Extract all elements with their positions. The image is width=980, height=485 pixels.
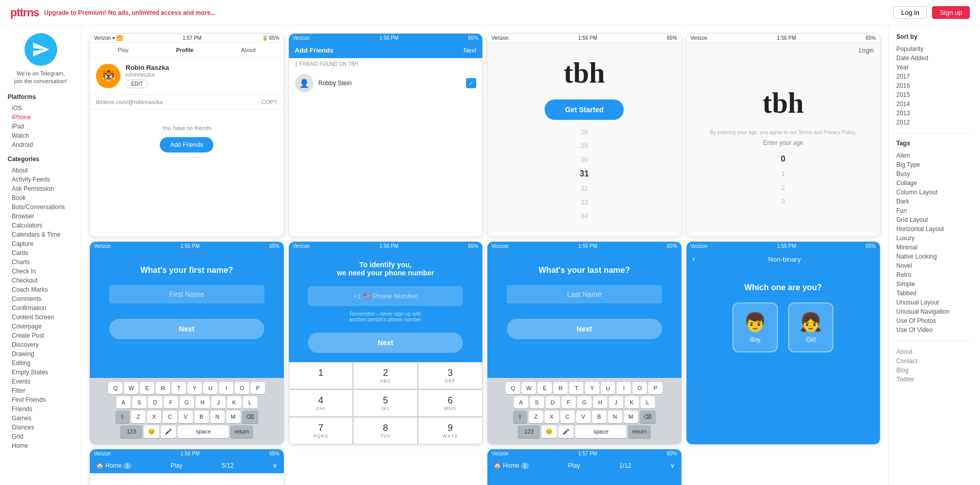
nav-play[interactable]: Play xyxy=(118,47,129,53)
nav-profile[interactable]: Profile xyxy=(176,47,193,53)
add-friends-button[interactable]: Add Friends xyxy=(160,137,213,152)
copy-btn[interactable]: COPY xyxy=(261,99,277,105)
key-mic[interactable]: 🎤 xyxy=(161,425,176,438)
tag-dark[interactable]: Dark xyxy=(896,197,972,206)
kb2-key-u[interactable]: U xyxy=(601,382,615,394)
kb2-key-return[interactable]: return xyxy=(628,425,651,438)
sidebar-item-android[interactable]: Android xyxy=(8,140,74,149)
key-m[interactable]: M xyxy=(226,411,240,423)
key-shift[interactable]: ⇧ xyxy=(115,411,130,423)
kb2-key-a[interactable]: A xyxy=(514,396,528,409)
key-w[interactable]: W xyxy=(124,382,138,394)
key-3[interactable]: 3DEF xyxy=(418,362,482,389)
sidebar-item-coverpage[interactable]: Coverpage xyxy=(8,322,74,331)
sort-popularity[interactable]: Popularity xyxy=(896,44,972,54)
screenshot-last-name[interactable]: Verizon 1:55 PM 65% What's your last nam… xyxy=(487,241,682,445)
key-emoji[interactable]: 😊 xyxy=(144,425,159,438)
kb2-key-123[interactable]: 123 xyxy=(518,425,540,438)
kb2-key-e[interactable]: E xyxy=(537,382,552,394)
key-space[interactable]: space xyxy=(178,425,229,438)
nav-play-9[interactable]: Play xyxy=(568,462,580,469)
screenshot-phone-number[interactable]: Verizon 1:56 PM 65% To identify you,we n… xyxy=(288,241,483,445)
sidebar-item-glances[interactable]: Glances xyxy=(8,423,74,432)
key-h[interactable]: H xyxy=(195,396,210,409)
screenshot-tbh-login[interactable]: Verizon 1:56 PM 65% Login tbh By enterin… xyxy=(686,33,881,237)
kb2-key-b[interactable]: B xyxy=(592,411,606,423)
key-123[interactable]: 123 xyxy=(120,425,142,438)
sidebar-item-events[interactable]: Events xyxy=(8,377,74,386)
sidebar-item-checkout[interactable]: Checkout xyxy=(8,276,74,285)
tag-horizontal-layout[interactable]: Horizontal Layout xyxy=(896,224,972,234)
kb2-key-z[interactable]: Z xyxy=(529,411,543,423)
gender-boy-button[interactable]: 👦 Boy xyxy=(732,302,778,352)
key-7[interactable]: 7PQRS xyxy=(289,417,353,444)
kb2-key-x[interactable]: X xyxy=(545,411,559,423)
tag-busy[interactable]: Busy xyxy=(896,169,972,178)
key-i[interactable]: I xyxy=(219,382,233,394)
kb2-key-space[interactable]: space xyxy=(575,425,626,438)
gender-girl-button[interactable]: 👧 Girl xyxy=(788,302,834,352)
kb2-key-h[interactable]: H xyxy=(593,396,607,409)
nav-play-8[interactable]: Play xyxy=(170,462,182,469)
last-name-input[interactable] xyxy=(507,285,662,303)
kb2-key-p[interactable]: P xyxy=(648,382,663,394)
kb2-key-r[interactable]: R xyxy=(553,382,568,394)
key-backspace[interactable]: ⌫ xyxy=(242,411,258,423)
next-button-firstname[interactable]: Next xyxy=(109,319,264,339)
nav-home-9[interactable]: 🏠 Home 1 xyxy=(494,462,529,469)
nav-home-8[interactable]: 🏠 Home 1 xyxy=(96,462,131,469)
af-next[interactable]: Next xyxy=(463,47,476,54)
key-g[interactable]: G xyxy=(180,396,194,409)
tag-minimal[interactable]: Minimal xyxy=(896,243,972,252)
kb2-key-d[interactable]: D xyxy=(546,396,560,409)
sidebar-item-find-friends[interactable]: Find Friends xyxy=(8,395,74,404)
sidebar-item-comments[interactable]: Comments xyxy=(8,294,74,303)
tag-alien[interactable]: Alien xyxy=(896,151,972,160)
key-j[interactable]: J xyxy=(211,396,226,409)
sidebar-item-friends[interactable]: Friends xyxy=(8,404,74,414)
kb2-key-m[interactable]: M xyxy=(624,411,638,423)
key-c[interactable]: C xyxy=(163,411,177,423)
kb2-key-j[interactable]: J xyxy=(609,396,623,409)
sidebar-item-capture[interactable]: Capture xyxy=(8,239,74,248)
key-r[interactable]: R xyxy=(156,382,170,394)
sidebar-item-confirmation[interactable]: Confirmation xyxy=(8,303,74,313)
key-l[interactable]: L xyxy=(243,396,257,409)
sidebar-item-checkin[interactable]: Check In xyxy=(8,267,74,276)
sidebar-item-games[interactable]: Games xyxy=(8,414,74,423)
site-logo[interactable]: pttrns xyxy=(10,6,39,19)
kb2-key-w[interactable]: W xyxy=(522,382,536,394)
sidebar-item-bots[interactable]: Bots/Conversations xyxy=(8,202,74,212)
key-4[interactable]: 4GHI xyxy=(289,390,353,417)
sort-date-added[interactable]: Date Added xyxy=(896,54,972,63)
key-x[interactable]: X xyxy=(147,411,161,423)
key-d[interactable]: D xyxy=(148,396,162,409)
key-v[interactable]: V xyxy=(179,411,193,423)
screenshot-profile[interactable]: Verizon ▾ 📶 1:57 PM 🔋 65% Play Profile A… xyxy=(89,33,284,237)
key-k[interactable]: K xyxy=(227,396,241,409)
year-2015[interactable]: 2015 xyxy=(896,90,972,99)
login-link[interactable]: Login xyxy=(859,47,874,54)
key-u[interactable]: U xyxy=(203,382,217,394)
kb2-key-i[interactable]: I xyxy=(617,382,631,394)
kb2-key-mic[interactable]: 🎤 xyxy=(558,425,574,438)
key-5[interactable]: 5JKL xyxy=(353,390,418,417)
key-9[interactable]: 9WXYZ xyxy=(418,417,482,444)
year-2013[interactable]: 2013 xyxy=(896,109,972,118)
phone-input[interactable]: +1 🇺🇸 Phone Number xyxy=(308,286,463,306)
screenshot-game[interactable]: Verizon 1:57 PM 60% 🏠 Home 1 Play 1/12 ∨… xyxy=(487,449,682,485)
login-button[interactable]: Log in xyxy=(893,6,926,19)
kb2-key-t[interactable]: T xyxy=(569,382,583,394)
sidebar-item-content-screen[interactable]: Content Screen xyxy=(8,313,74,322)
kb2-key-y[interactable]: Y xyxy=(585,382,599,394)
tag-big-type[interactable]: Big Type xyxy=(896,160,972,169)
key-b[interactable]: B xyxy=(194,411,209,423)
key-q[interactable]: Q xyxy=(108,382,122,394)
sidebar-item-watch[interactable]: Watch xyxy=(8,131,74,140)
key-o[interactable]: O xyxy=(235,382,249,394)
key-y[interactable]: Y xyxy=(187,382,202,394)
tag-use-of-video[interactable]: Use Of Video xyxy=(896,325,972,335)
tag-unusual-layout[interactable]: Unusual Layout xyxy=(896,298,972,307)
sidebar-item-ipad[interactable]: iPad xyxy=(8,122,74,131)
upgrade-label[interactable]: Upgrade to Premium! xyxy=(44,9,106,16)
